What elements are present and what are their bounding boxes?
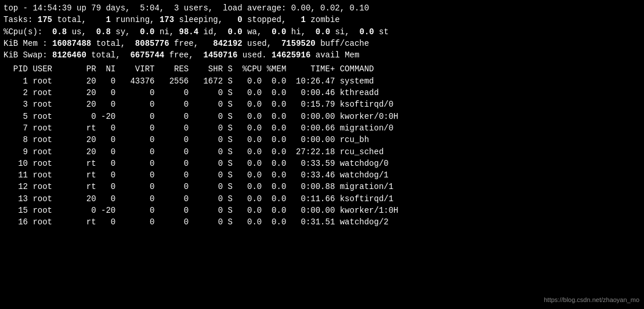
mem-used-label: used,	[243, 39, 281, 48]
cpu-si-label: si,	[330, 27, 359, 37]
terminal-window: top - 14:54:39 up 79 days, 5:04, 3 users…	[0, 0, 644, 309]
tasks-total-label: total,	[52, 15, 106, 24]
watermark: https://blog.csdn.net/zhaoyan_mo	[544, 296, 640, 304]
swap-total-label: total,	[86, 50, 131, 60]
cpu-sy-val: 0.8	[96, 27, 111, 37]
table-row: 16 root rt 0 0 0 0 S 0.0 0.0 0:31.51 wat…	[3, 216, 641, 228]
table-row: 10 root rt 0 0 0 0 S 0.0 0.0 0:33.59 wat…	[3, 158, 641, 169]
cpu-label: %Cpu(s):	[3, 27, 52, 37]
swap-line: KiB Swap: 8126460 total, 6675744 free, 1…	[3, 49, 641, 61]
cpu-sy-label: sy,	[111, 27, 140, 37]
table-row: 9 root 20 0 0 0 0 S 0.0 0.0 27:22.18 rcu…	[3, 146, 641, 158]
table-row: 2 root 20 0 0 0 0 S 0.0 0.0 0:00.46 kthr…	[3, 87, 641, 99]
tasks-sleeping: 173	[160, 15, 174, 24]
mem-total: 16087488	[52, 39, 91, 48]
process-table: PID USER PR NI VIRT RES SHR S %CPU %MEM …	[3, 63, 641, 228]
system-header: top - 14:54:39 up 79 days, 5:04, 3 users…	[3, 2, 641, 61]
tasks-total: 175	[38, 15, 52, 24]
swap-used-label: used.	[237, 50, 272, 60]
swap-avail: 14625916	[272, 50, 310, 60]
tasks-running-label: running,	[111, 15, 160, 24]
cpu-id-label: id,	[198, 27, 227, 37]
table-row: 13 root 20 0 0 0 0 S 0.0 0.0 0:11.66 kso…	[3, 193, 641, 205]
cpu-ni-val: 0.0	[140, 27, 154, 37]
mem-line: KiB Mem : 16087488 total, 8085776 free, …	[3, 38, 641, 49]
mem-buff-label: buff/cache	[316, 39, 369, 48]
swap-total: 8126460	[52, 50, 86, 60]
swap-free: 6675744	[130, 50, 164, 60]
cpu-si-val: 0.0	[316, 27, 330, 37]
cpu-wa-val: 0.0	[228, 27, 243, 37]
table-header-row: PID USER PR NI VIRT RES SHR S %CPU %MEM …	[3, 63, 641, 75]
top-line: top - 14:54:39 up 79 days, 5:04, 3 users…	[3, 2, 641, 14]
swap-free-label: free,	[164, 50, 203, 60]
tasks-line: Tasks: 175 total, 1 running, 173 sleepin…	[3, 14, 641, 26]
tasks-stopped-label: stopped,	[243, 15, 301, 24]
swap-used: 1450716	[203, 50, 237, 60]
tasks-running: 1	[106, 15, 110, 24]
cpu-us-label: us,	[67, 27, 96, 37]
cpu-ni-label: ni,	[155, 27, 179, 37]
table-row: 7 root rt 0 0 0 0 S 0.0 0.0 0:00.66 migr…	[3, 122, 641, 134]
mem-used: 842192	[213, 39, 242, 48]
table-row: 3 root 20 0 0 0 0 S 0.0 0.0 0:15.79 ksof…	[3, 99, 641, 110]
mem-free-label: free,	[169, 39, 214, 48]
swap-label: KiB Swap:	[3, 50, 52, 60]
table-row: 11 root rt 0 0 0 0 S 0.0 0.0 0:33.46 wat…	[3, 169, 641, 181]
mem-free: 8085776	[135, 39, 169, 48]
table-row: 5 root 0 -20 0 0 0 S 0.0 0.0 0:00.00 kwo…	[3, 111, 641, 122]
cpu-st-val: 0.0	[359, 27, 374, 37]
cpu-us-val: 0.8	[52, 27, 67, 37]
cpu-hi-val: 0.0	[272, 27, 286, 37]
table-body: 1 root 20 0 43376 2556 1672 S 0.0 0.0 10…	[3, 75, 641, 228]
tasks-zombie-label: zombie	[306, 15, 340, 24]
tasks-stopped: 0	[237, 15, 242, 24]
table-row: 15 root 0 -20 0 0 0 S 0.0 0.0 0:00.00 kw…	[3, 205, 641, 216]
cpu-wa-label: wa,	[243, 27, 272, 37]
cpu-line: %Cpu(s): 0.8 us, 0.8 sy, 0.0 ni, 98.4 id…	[3, 26, 641, 38]
cpu-st-label: st	[374, 27, 389, 37]
table-row: 8 root 20 0 0 0 0 S 0.0 0.0 0:00.00 rcu_…	[3, 134, 641, 146]
tasks-sleeping-label: sleeping,	[174, 15, 237, 24]
cpu-hi-label: hi,	[286, 27, 315, 37]
mem-buff: 7159520	[281, 39, 316, 48]
cpu-id-val: 98.4	[179, 27, 199, 37]
mem-total-label: total,	[91, 39, 135, 48]
mem-label: KiB Mem :	[3, 39, 52, 48]
table-row: 12 root rt 0 0 0 0 S 0.0 0.0 0:00.88 mig…	[3, 181, 641, 192]
tasks-zombie: 1	[301, 15, 306, 24]
swap-avail-label: avail Mem	[310, 50, 359, 60]
table-row: 1 root 20 0 43376 2556 1672 S 0.0 0.0 10…	[3, 75, 641, 87]
tasks-label: Tasks:	[3, 15, 38, 24]
